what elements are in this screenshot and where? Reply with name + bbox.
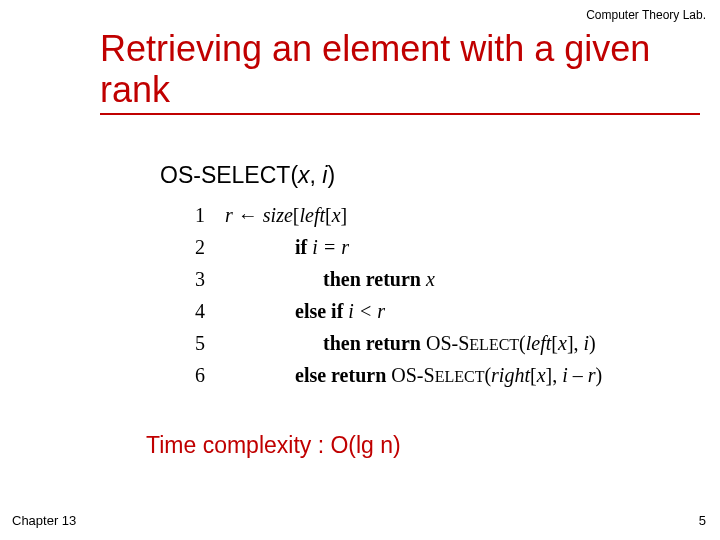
slide-title: Retrieving an element with a given rank bbox=[100, 28, 700, 115]
var-left: left bbox=[526, 332, 552, 354]
var-x: x bbox=[426, 268, 435, 290]
kw-else-return: else return bbox=[295, 364, 391, 386]
fn-name-part2: ELECT bbox=[216, 162, 290, 188]
bracket: ] bbox=[341, 204, 348, 226]
line-number: 4 bbox=[195, 300, 225, 323]
var-size: size bbox=[263, 204, 293, 226]
var-r: r bbox=[225, 204, 233, 226]
fn-open: ( bbox=[290, 162, 298, 188]
fn-close: ) bbox=[327, 162, 335, 188]
fn-call-name2: ELECT bbox=[435, 368, 485, 385]
line-number: 1 bbox=[195, 204, 225, 227]
paren: ) bbox=[589, 332, 596, 354]
var-left: left bbox=[299, 204, 325, 226]
paren: ) bbox=[596, 364, 603, 386]
time-complexity: Time complexity : O(lg n) bbox=[146, 432, 401, 459]
bracket: [ bbox=[551, 332, 558, 354]
bracket: [ bbox=[325, 204, 332, 226]
line-number: 3 bbox=[195, 268, 225, 291]
fn-name-part1: OS-S bbox=[160, 162, 216, 188]
bracket-comma: ], bbox=[546, 364, 563, 386]
fn-comma: , bbox=[310, 162, 323, 188]
paren: ( bbox=[519, 332, 526, 354]
code-line-3: 3then return x bbox=[195, 268, 602, 291]
fn-call-name1: OS-S bbox=[426, 332, 469, 354]
bracket: [ bbox=[530, 364, 537, 386]
pseudocode-block: 1r ← size[left[x] 2if i = r 3then return… bbox=[195, 204, 602, 396]
fn-arg-x: x bbox=[298, 162, 310, 188]
fn-call-name1: OS-S bbox=[391, 364, 434, 386]
arrow: ← bbox=[233, 204, 263, 226]
bracket-comma: ], bbox=[567, 332, 584, 354]
var-right: right bbox=[491, 364, 530, 386]
code-line-1: 1r ← size[left[x] bbox=[195, 204, 602, 227]
var-x: x bbox=[558, 332, 567, 354]
kw-elseif: else if bbox=[295, 300, 348, 322]
fn-call-name2: ELECT bbox=[469, 336, 519, 353]
cond: i < r bbox=[348, 300, 385, 322]
code-line-4: 4else if i < r bbox=[195, 300, 602, 323]
code-line-5: 5then return OS-SELECT(left[x], i) bbox=[195, 332, 602, 355]
line-number: 2 bbox=[195, 236, 225, 259]
var-x: x bbox=[332, 204, 341, 226]
code-line-2: 2if i = r bbox=[195, 236, 602, 259]
chapter-label: Chapter 13 bbox=[12, 513, 76, 528]
kw-then-return: then return bbox=[323, 268, 426, 290]
kw-if: if bbox=[295, 236, 312, 258]
line-number: 5 bbox=[195, 332, 225, 355]
var-x: x bbox=[537, 364, 546, 386]
code-line-6: 6else return OS-SELECT(right[x], i – r) bbox=[195, 364, 602, 387]
kw-then-return: then return bbox=[323, 332, 426, 354]
cond: i = r bbox=[312, 236, 349, 258]
lab-header: Computer Theory Lab. bbox=[586, 8, 706, 22]
page-number: 5 bbox=[699, 513, 706, 528]
function-signature: OS-SELECT(x, i) bbox=[160, 162, 335, 189]
line-number: 6 bbox=[195, 364, 225, 387]
var-i-r: i – r bbox=[562, 364, 595, 386]
